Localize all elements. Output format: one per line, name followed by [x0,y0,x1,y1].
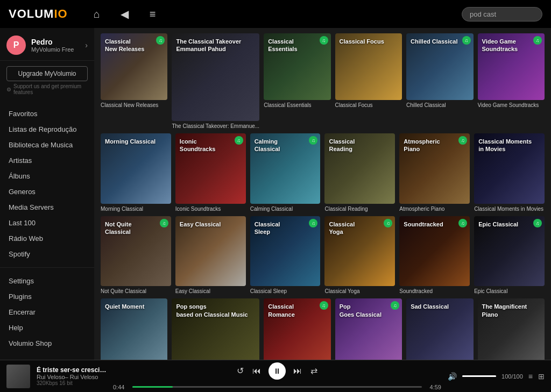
back-button[interactable]: ◀ [115,4,135,24]
upgrade-button[interactable]: Upgrade MyVolumio [6,66,88,81]
sidebar-item-last-100[interactable]: Last 100 [0,215,94,231]
more-icon[interactable]: ≡ [528,372,533,381]
progress-row: 0:44 4:59 [113,384,441,390]
search-input[interactable] [462,7,542,22]
next-button[interactable]: ⏭ [292,365,303,377]
fullscreen-icon[interactable]: ⊞ [538,372,545,381]
playlist-card-videogame[interactable]: Video GameSoundtracks♫ [478,33,545,100]
card-label-calming: Calming Classical [250,206,321,212]
sidebar-item-rádio-web[interactable]: Rádio Web [0,231,94,246]
playlist-card-epic[interactable]: Epic Classical♫ [474,216,545,287]
playlist-card-essentials[interactable]: ClassicalEssentials♫ [264,33,330,100]
sidebar-item-spotify[interactable]: Spotify [0,246,94,262]
avatar: P [6,35,26,55]
card-wrapper-calming[interactable]: CalmingClassical♫Calming Classical [250,133,321,212]
playlist-card-calming[interactable]: CalmingClassical♫ [250,133,321,204]
logo: VOLUMIO [9,7,68,21]
card-wrapper-yoga[interactable]: ClassicalYoga♫Classical Yoga [324,216,395,295]
card-wrapper-morning[interactable]: Morning ClassicalMorning Classical [101,133,171,212]
user-name: Pedro [31,38,80,46]
card-wrapper-classical-new[interactable]: ClassicalNew Releases♫Classical New Rele… [101,33,167,129]
playlist-card-morning[interactable]: Morning Classical [101,133,171,204]
playback-controls: ↺ ⏮ ⏸ ⏭ ⇄ 0:44 4:59 [113,362,441,390]
card-row-1: Morning ClassicalMorning ClassicalIconic… [101,133,545,212]
card-wrapper-notquite[interactable]: Not QuiteClassical♫Not Quite Classical [101,216,171,295]
menu-button[interactable]: ≡ [143,4,163,24]
card-wrapper-moments[interactable]: Classical Momentsin MoviesClassical Mome… [474,133,545,212]
support-text: ⚙ Support us and get premium features [0,83,94,101]
playlist-card-sad[interactable]: Sad Classical [406,298,473,360]
sidebar-item-biblioteca-de-musica[interactable]: Biblioteca de Musica [0,137,94,153]
playlist-card-classical-new[interactable]: ClassicalNew Releases♫ [101,33,167,100]
card-wrapper-iconic[interactable]: IconicSoundtracks♫Iconic Soundtracks [175,133,246,212]
thumbnail-image [6,365,30,388]
current-time: 0:44 [113,384,128,390]
playlist-card-chilled[interactable]: Chilled Classical♫ [406,33,473,100]
sidebar-item-help[interactable]: Help [0,320,94,336]
card-label-iconic: Iconic Soundtracks [175,206,246,212]
card-wrapper-takeover[interactable]: The Classical TakeoverEmmanuel PahudThe … [172,33,259,129]
playlist-card-takeover[interactable]: The Classical TakeoverEmmanuel Pahud [172,33,259,121]
sidebar-item-favoritos[interactable]: Favoritos [0,106,94,122]
playlist-card-reading[interactable]: ClassicalReading [324,133,395,204]
playlist-card-quiet[interactable]: Quiet Moment [101,298,167,360]
playlist-card-yoga[interactable]: ClassicalYoga♫ [324,216,395,287]
main-area: P Pedro MyVolumio Free › Upgrade MyVolum… [0,28,551,360]
card-wrapper-popsongs[interactable]: Pop songsbased on Classical MusicPop son… [172,298,259,360]
card-label-notquite: Not Quite Classical [101,288,171,294]
card-label-classical-new: Classical New Releases [101,102,167,108]
playlist-card-atmospheric[interactable]: AtmosphericPiano♫ [399,133,470,204]
playlist-card-easy[interactable]: Easy Classical [175,216,246,287]
shuffle-button[interactable]: ⇄ [309,365,319,377]
repeat-button[interactable]: ↺ [236,365,245,377]
card-wrapper-easy[interactable]: Easy ClassicalEasy Classical [175,216,246,295]
sidebar-item-plugins[interactable]: Plugins [0,289,94,304]
card-wrapper-focus[interactable]: Classical FocusClassical Focus [335,33,402,129]
card-wrapper-chilled[interactable]: Chilled Classical♫Chilled Classical [406,33,473,129]
card-wrapper-epic[interactable]: Epic Classical♫Epic Classical [474,216,545,295]
card-label-soundtracked: Soundtracked [399,288,470,294]
track-title: É triste ser-se crescido [37,366,107,374]
playlist-card-sleep[interactable]: ClassicalSleep♫ [250,216,321,287]
sidebar-item-volumio-shop[interactable]: Volumio Shop [0,336,94,351]
card-wrapper-popclassical[interactable]: PopGoes Classical♫Pop Goes Classical [335,298,402,360]
card-wrapper-magnificent[interactable]: The MagnificentPianoThe Magnificent Pian… [478,298,545,360]
prev-button[interactable]: ⏮ [251,365,262,377]
card-wrapper-essentials[interactable]: ClassicalEssentials♫Classical Essentials [264,33,330,129]
card-wrapper-sleep[interactable]: ClassicalSleep♫Classical Sleep [250,216,321,295]
card-wrapper-videogame[interactable]: Video GameSoundtracks♫Video Game Soundtr… [478,33,545,129]
sidebar-item-generos[interactable]: Generos [0,184,94,199]
playlist-card-moments[interactable]: Classical Momentsin Movies [474,133,545,204]
card-label-focus: Classical Focus [335,102,402,108]
playlist-card-magnificent[interactable]: The MagnificentPiano [478,298,545,360]
sidebar-item-encerrar[interactable]: Encerrar [0,304,94,320]
card-wrapper-romance[interactable]: ClassicalRomance♫Classical Romance [264,298,330,360]
playlist-card-iconic[interactable]: IconicSoundtracks♫ [175,133,246,204]
chevron-right-icon[interactable]: › [85,41,88,49]
card-wrapper-quiet[interactable]: Quiet MomentQuiet Moment [101,298,167,360]
card-wrapper-sad[interactable]: Sad ClassicalSad Classical [406,298,473,360]
home-button[interactable]: ⌂ [87,4,107,24]
sidebar-item-settings[interactable]: Settings [0,273,94,289]
card-wrapper-reading[interactable]: ClassicalReadingClassical Reading [324,133,395,212]
progress-bar[interactable] [132,386,422,388]
user-section: P Pedro MyVolumio Free › [0,28,94,61]
volume-bar[interactable] [462,375,496,377]
sidebar-item-álbuns[interactable]: Álbuns [0,168,94,184]
playlist-card-popclassical[interactable]: PopGoes Classical♫ [335,298,402,360]
card-wrapper-atmospheric[interactable]: AtmosphericPiano♫Atmospheric Piano [399,133,470,212]
card-label-moments: Classical Moments in Movies [474,206,545,212]
playlist-card-romance[interactable]: ClassicalRomance♫ [264,298,330,360]
playlist-card-popsongs[interactable]: Pop songsbased on Classical Music [172,298,259,360]
pause-button[interactable]: ⏸ [269,362,286,380]
card-wrapper-soundtracked[interactable]: Soundtracked♫Soundtracked [399,216,470,295]
sidebar-item-listas-de-reprodução[interactable]: Listas de Reprodução [0,122,94,137]
volume-icon: 🔊 [448,372,457,381]
user-info: Pedro MyVolumio Free [31,38,80,53]
progress-fill [132,386,173,388]
playlist-card-soundtracked[interactable]: Soundtracked♫ [399,216,470,287]
playlist-card-notquite[interactable]: Not QuiteClassical♫ [101,216,171,287]
sidebar-item-media-servers[interactable]: Media Servers [0,199,94,215]
sidebar-item-artistas[interactable]: Artistas [0,153,94,168]
playlist-card-focus[interactable]: Classical Focus [335,33,402,100]
